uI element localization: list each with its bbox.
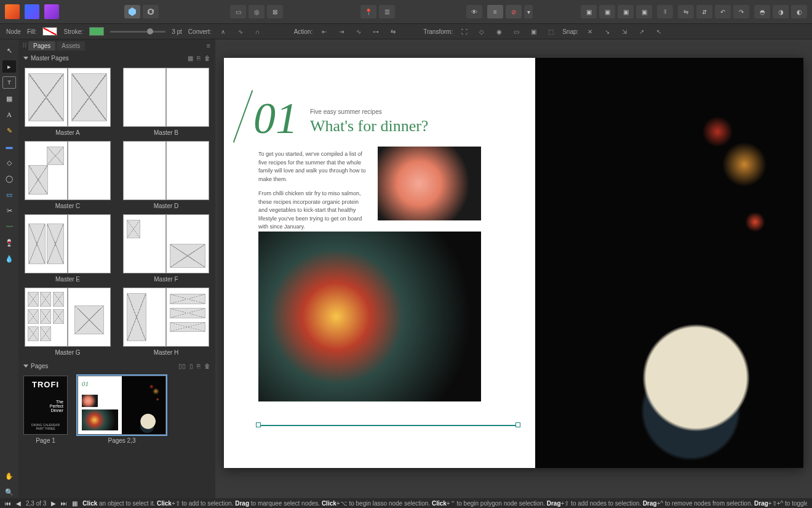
arrange-forward-button[interactable]: ▣: [618, 5, 634, 18]
cycle-selection-icon[interactable]: ▭: [511, 26, 522, 36]
snap-all-icon[interactable]: ⇲: [619, 26, 630, 36]
page-1-thumb[interactable]: TROFI The Perfect Dinner DINING CALENDAR…: [23, 376, 68, 444]
app-switcher-publisher[interactable]: [5, 4, 20, 19]
action-smooth-icon[interactable]: ∿: [353, 26, 364, 36]
add-page-icon[interactable]: ▯: [189, 363, 193, 369]
select-box-icon[interactable]: ▣: [528, 26, 539, 36]
snap-geometry-icon[interactable]: ↘: [602, 26, 613, 36]
tab-assets[interactable]: Assets: [57, 41, 85, 50]
color-picker-tool[interactable]: 💧: [2, 252, 16, 265]
selection-handle-right[interactable]: [515, 422, 520, 427]
action-join-icon[interactable]: ⊶: [370, 26, 381, 36]
view-mode-normal[interactable]: ≡: [487, 5, 503, 18]
arrange-backward-button[interactable]: ▣: [599, 5, 615, 18]
stroke-width-slider[interactable]: [110, 31, 165, 33]
preview-mode-button[interactable]: 👁: [466, 5, 482, 18]
app-switcher-designer[interactable]: [25, 4, 39, 19]
frame-text-tool[interactable]: T: [2, 76, 16, 89]
master-c[interactable]: Master C: [23, 141, 112, 209]
arrange-back-button[interactable]: ▣: [581, 5, 597, 18]
duplicate-page-icon[interactable]: ⎘: [197, 363, 201, 369]
boolean-add-button[interactable]: ◓: [754, 5, 770, 18]
action-reverse-icon[interactable]: ⇆: [388, 26, 399, 36]
arrange-front-button[interactable]: ▣: [636, 5, 652, 18]
master-f[interactable]: Master F: [122, 214, 210, 283]
crop-tool[interactable]: ✂: [2, 204, 16, 217]
delete-page-icon[interactable]: 🗑: [204, 363, 210, 369]
pen-tool[interactable]: ✎: [2, 124, 16, 137]
dropdown-toggle[interactable]: ▾: [524, 5, 533, 18]
snap-off-icon[interactable]: ↖: [653, 26, 664, 36]
pages-header[interactable]: Pages ▯▯ ▯ ⎘ 🗑: [18, 360, 215, 372]
master-b[interactable]: Master B: [122, 68, 210, 136]
master-g[interactable]: Master G: [23, 288, 112, 356]
select-lasso-icon[interactable]: ⬚: [545, 26, 556, 36]
first-page-button[interactable]: ⏮: [5, 500, 11, 507]
facing-pages-icon[interactable]: ▯▯: [178, 363, 186, 369]
panel-handle-icon[interactable]: ⠿: [22, 42, 27, 50]
rectangle-tool[interactable]: ▬: [2, 140, 16, 153]
picture-frame-tool[interactable]: ▭: [2, 188, 16, 201]
duplicate-master-icon[interactable]: ⎘: [197, 55, 201, 62]
text-wrap-none-button[interactable]: ⊠: [267, 5, 283, 18]
fill-tool[interactable]: 🍷: [2, 236, 16, 249]
app-switcher-photo[interactable]: [44, 4, 59, 19]
node-tool[interactable]: ▸: [2, 60, 16, 73]
next-page-button[interactable]: ▶: [51, 500, 56, 507]
master-pages-header[interactable]: Master Pages ▦ ⎘ 🗑: [18, 52, 215, 64]
show-handles-icon[interactable]: ◇: [476, 26, 487, 36]
vector-brush-tool[interactable]: 〰: [2, 220, 16, 233]
snap-node-icon[interactable]: ✕: [584, 26, 595, 36]
image-eggs-bowl[interactable]: [258, 232, 481, 401]
preflight-button[interactable]: [124, 5, 140, 18]
shape-tool[interactable]: ◇: [2, 156, 16, 169]
boolean-intersect-button[interactable]: ◐: [791, 5, 807, 18]
action-break-icon[interactable]: ⇤: [319, 26, 330, 36]
convert-smooth-icon[interactable]: ∿: [235, 26, 246, 36]
flip-h-button[interactable]: ⇋: [678, 5, 694, 18]
image-salmon[interactable]: [378, 147, 481, 220]
pin-button[interactable]: 📍: [360, 5, 376, 18]
delete-master-icon[interactable]: 🗑: [204, 55, 210, 62]
rotate-ccw-button[interactable]: ↶: [715, 5, 731, 18]
rotate-cw-button[interactable]: ↷: [733, 5, 749, 18]
convert-smart-icon[interactable]: ∩: [252, 26, 263, 36]
page-3[interactable]: [535, 58, 803, 468]
baseline-button[interactable]: ☰: [379, 5, 395, 18]
document-canvas[interactable]: 01 Five easy summer recipes What's for d…: [215, 39, 812, 498]
master-e[interactable]: Master E: [23, 214, 112, 283]
flip-v-button[interactable]: ⇵: [696, 5, 712, 18]
text-wrap-button[interactable]: ▭: [230, 5, 246, 18]
convert-sharp-icon[interactable]: ∧: [218, 26, 229, 36]
pan-tool[interactable]: ✋: [2, 470, 16, 482]
tab-pages[interactable]: Pages: [28, 41, 55, 50]
master-d[interactable]: Master D: [122, 141, 210, 209]
snap-handles-icon[interactable]: ↗: [636, 26, 647, 36]
ellipse-tool[interactable]: ◯: [2, 172, 16, 185]
add-master-icon[interactable]: ▦: [188, 55, 193, 62]
fill-swatch[interactable]: [42, 27, 57, 36]
zoom-tool[interactable]: 🔍: [2, 486, 16, 498]
pages-popup-button[interactable]: ▦: [72, 500, 78, 507]
selection-handle-left[interactable]: [256, 422, 261, 427]
artistic-text-tool[interactable]: A: [2, 108, 16, 121]
hide-selection-icon[interactable]: ◉: [493, 26, 504, 36]
master-a[interactable]: Master A: [23, 68, 112, 136]
prev-page-button[interactable]: ◀: [16, 500, 21, 507]
selected-object-handles[interactable]: [256, 422, 520, 429]
page-2[interactable]: 01 Five easy summer recipes What's for d…: [224, 58, 535, 468]
sync-button[interactable]: [143, 5, 159, 18]
table-tool[interactable]: ▦: [2, 92, 16, 105]
last-page-button[interactable]: ⏭: [61, 500, 67, 507]
clip-toggle[interactable]: ⊘: [506, 5, 522, 18]
align-button[interactable]: ⫴: [657, 5, 673, 18]
panel-menu-icon[interactable]: ≡: [207, 42, 215, 49]
boolean-subtract-button[interactable]: ◑: [773, 5, 789, 18]
stroke-swatch[interactable]: [89, 27, 104, 36]
master-h[interactable]: Master H: [122, 288, 210, 356]
move-tool[interactable]: ↖: [2, 44, 16, 57]
action-close-icon[interactable]: ⇥: [336, 26, 347, 36]
page-2-3-thumb[interactable]: 01 Pages 2,3: [78, 376, 166, 444]
transform-mode-icon[interactable]: ⛶: [459, 26, 470, 36]
image-flying-ingredients[interactable]: [535, 58, 803, 468]
